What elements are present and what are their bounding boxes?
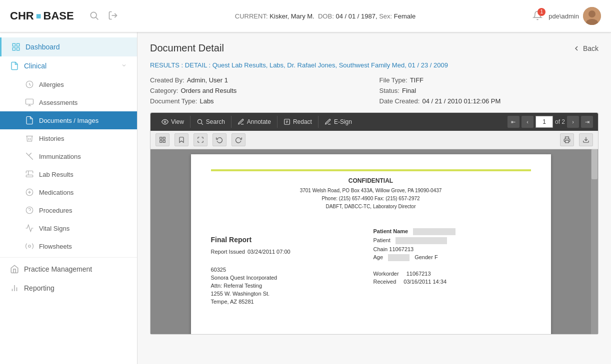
sidebar-item-histories[interactable]: Histories <box>0 129 137 147</box>
logout-icon[interactable] <box>108 10 118 22</box>
status-label: Status: <box>380 87 400 94</box>
immunizations-icon <box>25 152 34 161</box>
topnav-right: 1 pde\admin <box>532 7 601 25</box>
patient-value <box>396 237 447 244</box>
vital-signs-label: Vital Signs <box>39 225 70 232</box>
search-button[interactable]: Search <box>190 116 232 128</box>
rotate-left-icon <box>216 136 223 143</box>
flowsheets-label: Flowsheets <box>39 243 72 250</box>
prev-page-button[interactable]: ‹ <box>522 116 534 128</box>
esign-button[interactable]: E-Sign <box>318 116 358 128</box>
svg-rect-11 <box>26 99 34 104</box>
page-input[interactable] <box>536 116 553 128</box>
file-type-value: TIFF <box>410 76 424 84</box>
back-icon <box>572 44 580 52</box>
layout: Dashboard Clinical Allergies Assessments <box>0 32 611 364</box>
fit-page-icon <box>159 136 166 143</box>
next-page-button[interactable]: › <box>567 116 579 128</box>
sidebar-item-reporting[interactable]: Reporting <box>0 279 137 298</box>
rotate-left-button[interactable] <box>212 133 226 146</box>
org-value: Sonora Quest Incorporated <box>211 275 278 281</box>
lab-results-icon <box>25 170 34 179</box>
sidebar-item-assessments[interactable]: Assessments <box>0 93 137 111</box>
status-value: Final <box>402 87 416 94</box>
sidebar-item-clinical[interactable]: Clinical <box>0 56 137 75</box>
report-issued-value: 03/24/2011 07:00 <box>248 249 290 255</box>
sidebar-item-flowsheets[interactable]: Flowsheets <box>0 237 137 255</box>
patient-name-value <box>413 228 455 235</box>
pagination: ⇤ ‹ of 2 › ⇥ <box>508 116 593 128</box>
rotate-right-icon <box>235 136 242 143</box>
fit-width-button[interactable] <box>194 133 208 146</box>
last-page-button[interactable]: ⇥ <box>581 116 593 128</box>
created-by-value: Admin, User 1 <box>187 76 228 84</box>
date-created-value: 04 / 21 / 2010 01:12:06 PM <box>422 97 500 105</box>
reporting-label: Reporting <box>24 284 54 292</box>
svg-point-15 <box>26 207 33 214</box>
sidebar-item-lab-results[interactable]: Lab Results <box>0 165 137 183</box>
bookmark-button[interactable] <box>174 133 188 146</box>
histories-label: Histories <box>39 135 64 142</box>
sidebar-item-immunizations[interactable]: Immunizations <box>0 147 137 165</box>
sidebar-item-medications[interactable]: Medications <box>0 183 137 201</box>
logo-sep: ■ <box>36 11 42 21</box>
download-button[interactable] <box>579 133 593 146</box>
allergies-label: Allergies <box>39 81 64 88</box>
topnav-icons <box>89 10 118 22</box>
rotate-right-button[interactable] <box>232 133 246 146</box>
doc-type-value: Labs <box>200 97 214 105</box>
svg-rect-9 <box>12 48 15 50</box>
print-button[interactable] <box>560 133 574 146</box>
report-issued-label: Report Issued <box>211 249 245 255</box>
sidebar-item-dashboard[interactable]: Dashboard <box>0 37 137 56</box>
attn-value: Attn: Referral Testing <box>211 283 262 289</box>
back-button[interactable]: Back <box>572 44 598 52</box>
clinical-icon <box>10 61 19 70</box>
documents-label: Documents / Images <box>39 117 98 124</box>
address2-2-row: Tempe, AZ 85281 <box>211 299 368 305</box>
lab-address: 3701 Welsh Road, PO Box 433A, Willow Gro… <box>211 187 531 211</box>
patient-dob: 04 / 01 / 1987, <box>336 12 377 20</box>
patient-sex: Female <box>394 12 416 20</box>
svg-point-0 <box>90 12 96 18</box>
sidebar-item-practice-management[interactable]: Practice Management <box>0 260 137 279</box>
sidebar-item-procedures[interactable]: Procedures <box>0 201 137 219</box>
lab-right-col: Patient Name Patient Chain 11067213 <box>374 228 531 307</box>
chevron-down-icon <box>121 62 127 70</box>
search-icon <box>196 118 204 125</box>
annotate-icon <box>238 118 244 125</box>
svg-rect-27 <box>160 140 162 142</box>
redact-button[interactable]: Redact <box>278 116 318 128</box>
print-icon <box>564 136 570 143</box>
annotate-label: Annotate <box>247 118 271 125</box>
first-page-button[interactable]: ⇤ <box>508 116 520 128</box>
sidebar-item-vital-signs[interactable]: Vital Signs <box>0 219 137 237</box>
age-label: Age <box>374 254 384 261</box>
search-icon[interactable] <box>89 10 99 22</box>
sidebar-item-documents[interactable]: Documents / Images <box>0 111 137 129</box>
notification-bell[interactable]: 1 <box>532 10 542 22</box>
medications-icon <box>25 188 34 197</box>
medications-label: Medications <box>39 189 74 196</box>
document-scrollbar[interactable] <box>591 149 598 334</box>
file-type-label: File Type: <box>380 76 408 84</box>
user-info[interactable]: pde\admin <box>548 7 601 25</box>
attn-row: Attn: Referral Testing <box>211 283 368 289</box>
fit-page-button[interactable] <box>156 133 170 146</box>
page-header: Document Detail Back <box>150 42 598 54</box>
allergies-icon <box>25 80 34 89</box>
main-content: Document Detail Back RESULTS : DETAIL : … <box>138 32 611 364</box>
created-by-label: Created By: <box>150 76 184 84</box>
document-page: CONFIDENTIAL 3701 Welsh Road, PO Box 433… <box>191 154 551 334</box>
logo-base: BASE <box>44 9 74 22</box>
esign-label: E-Sign <box>334 118 352 125</box>
scrollbar-thumb[interactable] <box>592 149 598 179</box>
file-type-row: File Type: TIFF <box>380 76 599 84</box>
report-issued-row: Report Issued 03/24/2011 07:00 <box>211 249 368 255</box>
svg-point-4 <box>588 10 596 17</box>
annotate-button[interactable]: Annotate <box>232 116 278 128</box>
document-scroll[interactable]: CONFIDENTIAL 3701 Welsh Road, PO Box 433… <box>150 149 591 334</box>
sidebar-item-allergies[interactable]: Allergies <box>0 75 137 93</box>
view-button[interactable]: View <box>156 116 190 128</box>
received-row: Received 03/16/2011 14:34 <box>374 279 531 285</box>
